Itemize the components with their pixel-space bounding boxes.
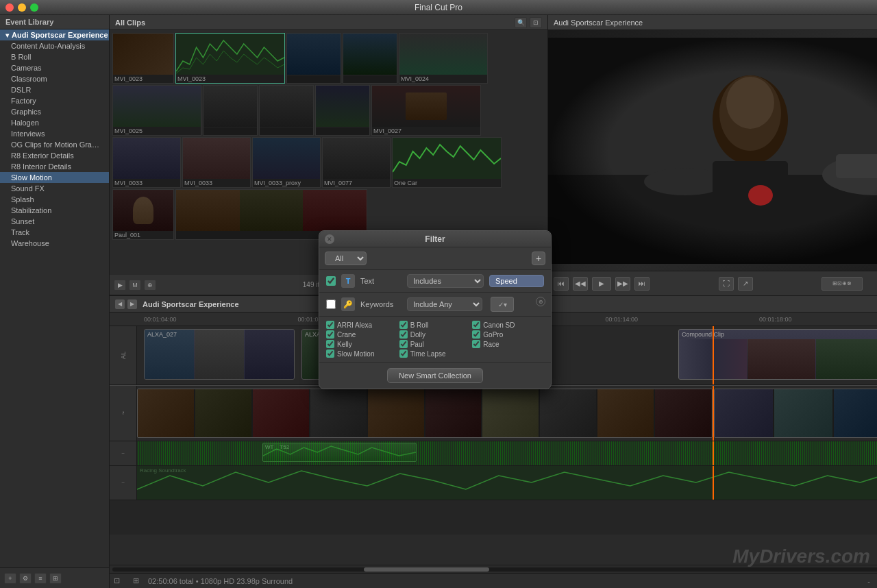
kw-dolly-checkbox[interactable] [399, 330, 408, 339]
timeline-back-btn[interactable]: ◀ [115, 299, 125, 309]
filter-text-checkbox[interactable] [326, 276, 336, 286]
kw-slow-motion-checkbox[interactable] [326, 350, 334, 358]
maximize-button[interactable] [30, 3, 38, 12]
viewer-play-btn[interactable]: ▶ [592, 277, 611, 291]
clip-wt-t52[interactable]: WT__T52 [262, 443, 417, 462]
sidebar-list-btn[interactable]: ≡ [34, 573, 47, 584]
svg-rect-13 [548, 38, 877, 264]
filter-row-options[interactable]: ⊕ [536, 297, 545, 306]
sidebar-item-dslr[interactable]: DSLR [0, 84, 109, 95]
viewer-fullscreen-btn[interactable]: ⛶ [719, 277, 734, 291]
compound-clip-right[interactable] [714, 389, 877, 438]
clip-thumb-paul001[interactable]: Paul_001 [112, 189, 174, 240]
browser-mark-btn[interactable]: M [129, 280, 141, 291]
sidebar-item-classroom[interactable]: Classroom [0, 73, 109, 84]
track-content-compound[interactable] [137, 386, 877, 441]
kw-b-roll-checkbox[interactable] [399, 321, 408, 329]
filter-text-value[interactable]: Speed [489, 275, 544, 287]
compound-clip-faces[interactable] [137, 389, 713, 438]
clip-thumb-mvi0025c[interactable] [259, 85, 314, 136]
filter-dialog-close[interactable]: ✕ [325, 234, 334, 244]
clip-thumb-mvi0023b[interactable]: MVI_0023 [175, 33, 285, 84]
clip-thumb-mvi0024[interactable]: MVI_0024 [399, 33, 488, 84]
status-icon-1[interactable]: ⊡ [110, 575, 123, 587]
scrollbar-thumb[interactable] [364, 567, 489, 572]
sidebar-item-audi-sportscar[interactable]: Audi Sportscar Experience [0, 29, 109, 40]
sidebar-item-og-clips[interactable]: OG Clips for Motion Graphics [0, 139, 109, 150]
timeline-scrollbar[interactable] [110, 565, 877, 573]
sidebar-item-splash[interactable]: Splash [0, 194, 109, 205]
sidebar-item-r8-interior[interactable]: R8 Interior Details [0, 161, 109, 172]
track-content-wt[interactable]: WT__T52 [137, 441, 877, 465]
sidebar-item-interviews[interactable]: Interviews [0, 128, 109, 139]
timeline-fwd-btn[interactable]: ▶ [127, 299, 137, 309]
kw-race-checkbox[interactable] [472, 340, 480, 348]
track-content-racing[interactable]: Racing Soundtrack [137, 466, 877, 500]
browser-search-btn[interactable]: 🔍 [515, 17, 527, 28]
browser-zoom-btn[interactable]: ⊕ [144, 280, 156, 291]
viewer-end-btn[interactable]: ⏭ [634, 277, 650, 291]
kw-gopro-checkbox[interactable] [472, 330, 480, 339]
clip-thumb-mvi0033proxy[interactable]: MVI_0033_proxy [252, 137, 321, 188]
sidebar-item-sound-fx[interactable]: Sound FX [0, 183, 109, 194]
sidebar-settings-btn[interactable]: ⚙ [19, 573, 32, 584]
sidebar-item-b-roll[interactable]: B Roll [0, 51, 109, 62]
browser-filter-btn[interactable]: ⊡ [530, 17, 542, 28]
close-button[interactable] [5, 3, 14, 12]
viewer-zoom-btn[interactable]: ↗ [738, 277, 753, 291]
filter-add-btn[interactable]: + [532, 252, 545, 265]
kw-paul-checkbox[interactable] [399, 340, 408, 348]
filter-keywords-condition[interactable]: Include Any Include All Exclude [407, 297, 482, 311]
clip-thumb-mvi0025b[interactable] [203, 85, 258, 136]
kw-canon-sd-checkbox[interactable] [472, 321, 480, 329]
clip-thumb-mvi0023d[interactable] [343, 33, 397, 84]
clip-thumb-mvi0033a[interactable]: MVI_0033 [112, 137, 181, 188]
sidebar-item-stabilization[interactable]: Stabilization [0, 205, 109, 216]
kw-race-label: Race [483, 341, 499, 348]
kw-crane-checkbox[interactable] [326, 330, 334, 339]
clip-thumb-mvi0023a[interactable]: MVI_0023 [112, 33, 174, 84]
kw-kelly-checkbox[interactable] [326, 340, 334, 348]
sidebar-item-sunset[interactable]: Sunset [0, 216, 109, 227]
browser-play-btn[interactable]: ▶ [114, 280, 126, 291]
sidebar-item-track[interactable]: Track [0, 227, 109, 238]
kw-time-lapse-checkbox[interactable] [399, 350, 408, 358]
clip-thumb-mvi0077[interactable]: MVI_0077 [322, 137, 391, 188]
viewer-back-btn[interactable]: ⏮ [554, 277, 569, 291]
racing-label: ~ [121, 480, 125, 486]
viewer-tools-row[interactable]: ⊞⊡⊕⊗ [822, 277, 863, 291]
clip-thumb-mvi0025d[interactable] [315, 85, 370, 136]
status-zoom-out[interactable]: - [862, 575, 876, 587]
smart-collection-btn[interactable]: New Smart Collection [387, 368, 483, 383]
sidebar-item-cameras[interactable]: Cameras [0, 62, 109, 73]
sidebar-item-slow-motion[interactable]: Slow Motion [0, 172, 109, 183]
clip-compound-right[interactable]: Compound Clip [678, 329, 877, 380]
clip-thumb-mvi0027[interactable]: MVI_0027 [371, 85, 481, 136]
sidebar-item-content-auto[interactable]: Content Auto-Analysis [0, 40, 109, 51]
sidebar-item-factory[interactable]: Factory [0, 95, 109, 106]
minimize-button[interactable] [18, 3, 26, 12]
clip-thumb-one-car[interactable]: One Car [392, 137, 502, 188]
clip-thumb-mvi0033b[interactable]: MVI_0033 [182, 137, 251, 188]
filter-text-condition[interactable]: Includes Does not include Is [407, 274, 484, 288]
scrollbar-track[interactable] [112, 567, 877, 572]
clip-thumb-mvi0025[interactable]: MVI_0025 [112, 85, 201, 136]
viewer-header: Audi Sportscar Experience Fit: 47% ⚙ [548, 15, 877, 30]
sidebar-item-halogen[interactable]: Halogen [0, 117, 109, 128]
viewer-rewind-btn[interactable]: ◀◀ [573, 277, 588, 291]
status-icon-2[interactable]: ⊞ [129, 575, 143, 587]
sidebar-item-warehouse[interactable]: Warehouse [0, 238, 109, 249]
sidebar-item-r8-exterior[interactable]: R8 Exterior Details [0, 150, 109, 161]
viewer-forward-btn[interactable]: ▶▶ [615, 277, 630, 291]
kw-arri-alexa-checkbox[interactable] [326, 321, 334, 329]
viewer-canvas [548, 30, 877, 271]
wt-label: ~ [121, 450, 125, 456]
filter-keywords-expand[interactable]: ✓▾ [491, 297, 514, 312]
sidebar-item-graphics[interactable]: Graphics [0, 106, 109, 117]
sidebar-grid-btn[interactable]: ⊞ [49, 573, 62, 584]
sidebar-add-btn[interactable]: + [4, 573, 16, 584]
clip-alxa027[interactable]: ALXA_027 [144, 329, 295, 380]
filter-keywords-checkbox[interactable] [326, 299, 336, 309]
filter-all-select[interactable]: All Any [325, 252, 367, 265]
clip-thumb-mvi0023c[interactable] [286, 33, 341, 84]
